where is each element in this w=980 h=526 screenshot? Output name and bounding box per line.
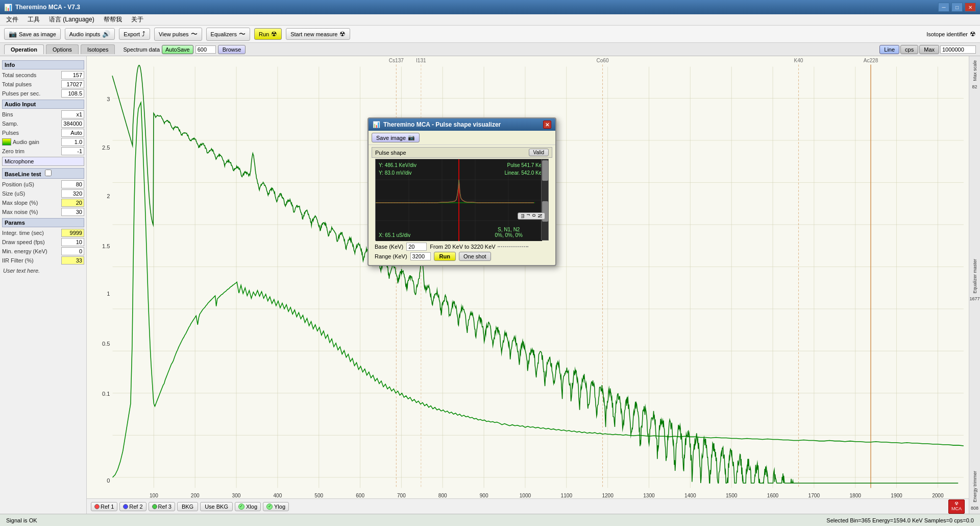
pulse-scrollbar[interactable] (541, 159, 548, 240)
info-section-header: Info (2, 60, 84, 69)
autosave-button[interactable]: AutoSave (162, 45, 193, 54)
range-row: Range (KeV) Run One shot (375, 252, 549, 261)
ref2-button[interactable]: Ref 2 (119, 502, 146, 511)
chart-container[interactable]: 3 2.5 2 1.5 1 0.5 0.1 0 100 200 300 400 … (87, 56, 969, 498)
integr-time-value: 9999 (61, 229, 84, 237)
save-image-button[interactable]: Save image 📷 (372, 133, 420, 142)
audio-gain-value: 1.0 (61, 138, 84, 146)
pulses-value: Auto (61, 129, 84, 137)
isotope-identifier-area: Isotope identifier ☢ (926, 30, 976, 38)
equalizers-button[interactable]: Equalizers 〜 (206, 28, 250, 41)
max-scale-value: 82 (971, 83, 978, 90)
export-button[interactable]: Export ⤴ (119, 28, 150, 40)
menu-help[interactable]: 帮帮我 (100, 14, 126, 25)
audio-icon: 🔊 (102, 30, 110, 38)
pulse-scrollbar-thumb[interactable] (542, 160, 548, 181)
xlog-button[interactable]: ✓ Xlog (235, 502, 261, 511)
use-bkg-button[interactable]: Use BKG (200, 502, 233, 511)
size-value: 320 (61, 189, 84, 198)
save-as-image-button[interactable]: 📷 Save as image (4, 28, 61, 40)
ref2-dot (123, 504, 128, 509)
position-row: Position (uS) 80 (2, 180, 84, 188)
audio-gain-label: Audio gain (13, 139, 61, 145)
range-input[interactable] (410, 252, 431, 260)
start-new-measure-button[interactable]: Start new measure ☢ (286, 28, 350, 40)
base-row: Base (KeV) From 20 KeV to 3220 KeV (375, 243, 549, 251)
tab-operation[interactable]: Operation (4, 44, 44, 54)
total-pulses-value: 17027 (61, 80, 84, 88)
pulses-label: Pulses (2, 130, 61, 136)
microphone-display: Microphone (2, 157, 84, 166)
run-button[interactable]: Run ☢ (254, 28, 282, 40)
ref1-dot (94, 504, 100, 509)
camera-icon: 📷 (408, 134, 415, 141)
pulse-run-button[interactable]: Run (434, 252, 456, 261)
maximize-button[interactable]: □ (951, 3, 963, 12)
pulses-row: Pulses Auto (2, 129, 84, 137)
one-shot-button[interactable]: One shot (459, 252, 491, 261)
pulse-shape-area: Pulse shape Valid (369, 145, 555, 265)
left-panel: Info Total seconds 157 Total pulses 1702… (0, 56, 87, 514)
pulse-dialog-close-button[interactable]: ✕ (543, 121, 551, 129)
total-pulses-label: Total pulses (2, 81, 61, 87)
menu-file[interactable]: 文件 (2, 14, 22, 25)
browse-button[interactable]: Browse (218, 45, 246, 54)
view-pulses-button[interactable]: View pulses 〜 (154, 28, 202, 41)
pulse-sn-info: S, N1, N2 0%, 0%, 0% (495, 227, 523, 238)
baseline-checkbox[interactable] (45, 170, 52, 176)
pulse-dialog-title: Theremino MCA - Pulse shape visualizer (383, 121, 501, 128)
samp-value: 384000 (61, 119, 84, 128)
dotted-line (498, 246, 528, 247)
max-value-input[interactable] (940, 45, 976, 54)
menu-language[interactable]: 语言 (Language) (45, 14, 99, 25)
chart-area: 3 2.5 2 1.5 1 0.5 0.1 0 100 200 300 400 … (87, 56, 969, 514)
pulses-per-sec-row: Pulses per sec. 108.5 (2, 89, 84, 98)
baseline-section-header: BaseLine test (2, 168, 84, 179)
window-title: Theremino MCA - V7.3 (15, 4, 938, 11)
tab-isotopes[interactable]: Isotopes (81, 44, 115, 54)
energy-trimmer-label: Energy trimmer (971, 469, 978, 505)
integr-time-row: Integr. time (sec) 9999 (2, 229, 84, 237)
ref1-button[interactable]: Ref 1 (91, 502, 117, 511)
position-value: 80 (61, 180, 84, 188)
norm-button[interactable]: Norm (518, 212, 545, 220)
bkg-button[interactable]: BKG (177, 502, 198, 511)
isotope-icon: ☢ (970, 30, 976, 38)
samp-label: Samp. (2, 121, 61, 127)
base-input[interactable] (406, 243, 427, 251)
size-label: Size (uS) (2, 190, 61, 197)
audio-inputs-button[interactable]: Audio inputs 🔊 (65, 28, 115, 40)
menu-about[interactable]: 关于 (127, 14, 148, 25)
view-cps-button[interactable]: cps (900, 45, 918, 54)
ylog-button[interactable]: ✓ Ylog (263, 502, 289, 511)
energy-trimmer-value: 808 (970, 505, 979, 512)
max-noise-row: Max noise (%) 30 (2, 208, 84, 216)
xlog-check: ✓ (238, 504, 244, 510)
pulse-bottom-controls: Base (KeV) From 20 KeV to 3220 KeV Range… (372, 241, 552, 263)
spectrum-value-input[interactable] (195, 45, 216, 54)
window-controls: ─ □ ✕ (938, 3, 976, 12)
total-seconds-label: Total seconds (2, 72, 61, 78)
params-section-header: Params (2, 218, 84, 227)
total-seconds-value: 157 (61, 71, 84, 79)
pulse-x-div: X: 65.1 uS/div (379, 232, 410, 238)
measure-icon: ☢ (339, 30, 346, 38)
zero-trim-row: Zero trim -1 (2, 147, 84, 155)
valid-button[interactable]: Valid (529, 149, 549, 156)
pulse-shape-label: Pulse shape (375, 150, 406, 156)
pulse-value-info: Pulse 541.7 KeV Linear. 542.0 KeV (504, 161, 545, 177)
right-panel: Max scale 82 Equalizer master 1677 Energ… (969, 56, 980, 514)
ref3-dot (152, 504, 157, 509)
view-max-button[interactable]: Max (919, 45, 939, 54)
menu-tools[interactable]: 工具 (23, 14, 44, 25)
ref3-button[interactable]: Ref 3 (149, 502, 175, 511)
tab-options[interactable]: Options (46, 44, 79, 54)
user-text: User text here. (2, 266, 84, 276)
base-label: Base (KeV) (375, 244, 403, 250)
from-to-label: From 20 KeV to 3220 KeV (430, 244, 495, 250)
save-image-icon: 📷 (9, 30, 17, 38)
close-button[interactable]: ✕ (965, 3, 976, 12)
titlebar: 📊 Theremino MCA - V7.3 ─ □ ✕ (0, 0, 980, 14)
minimize-button[interactable]: ─ (938, 3, 949, 12)
view-line-button[interactable]: Line (879, 45, 899, 54)
